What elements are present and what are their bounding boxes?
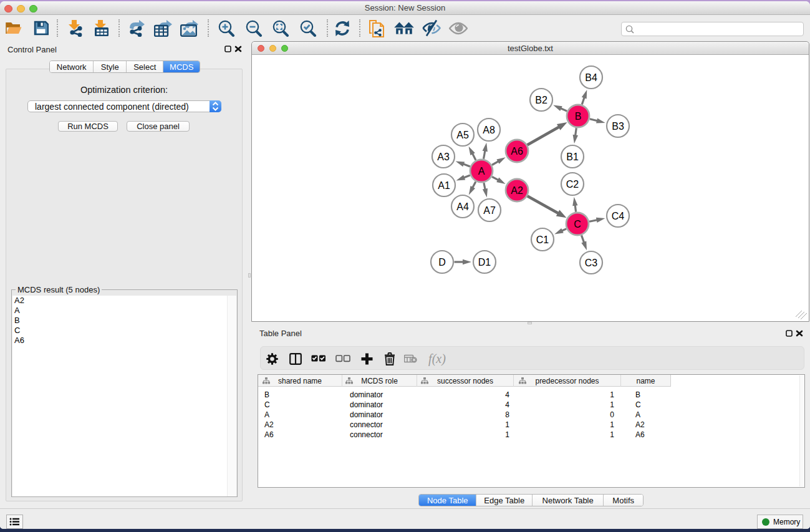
svg-text:C4: C4 bbox=[612, 211, 625, 221]
svg-text:C1: C1 bbox=[536, 235, 549, 245]
svg-text:A6: A6 bbox=[511, 146, 523, 157]
svg-text:B3: B3 bbox=[612, 121, 624, 132]
svg-text:C2: C2 bbox=[566, 179, 579, 190]
svg-text:A1: A1 bbox=[438, 180, 450, 191]
svg-text:A2: A2 bbox=[511, 185, 523, 196]
svg-text:A3: A3 bbox=[437, 152, 450, 162]
svg-text:A5: A5 bbox=[456, 130, 469, 140]
svg-text:D1: D1 bbox=[478, 257, 491, 268]
svg-text:A: A bbox=[478, 166, 485, 177]
svg-text:D: D bbox=[438, 257, 446, 268]
svg-text:C3: C3 bbox=[585, 258, 598, 268]
svg-text:B: B bbox=[575, 111, 582, 122]
svg-text:A7: A7 bbox=[483, 205, 496, 216]
svg-text:C: C bbox=[574, 219, 581, 230]
svg-text:B4: B4 bbox=[585, 72, 597, 83]
svg-text:B2: B2 bbox=[535, 95, 547, 105]
svg-text:B1: B1 bbox=[566, 152, 579, 162]
svg-text:A4: A4 bbox=[456, 201, 469, 212]
svg-text:A8: A8 bbox=[483, 125, 495, 135]
